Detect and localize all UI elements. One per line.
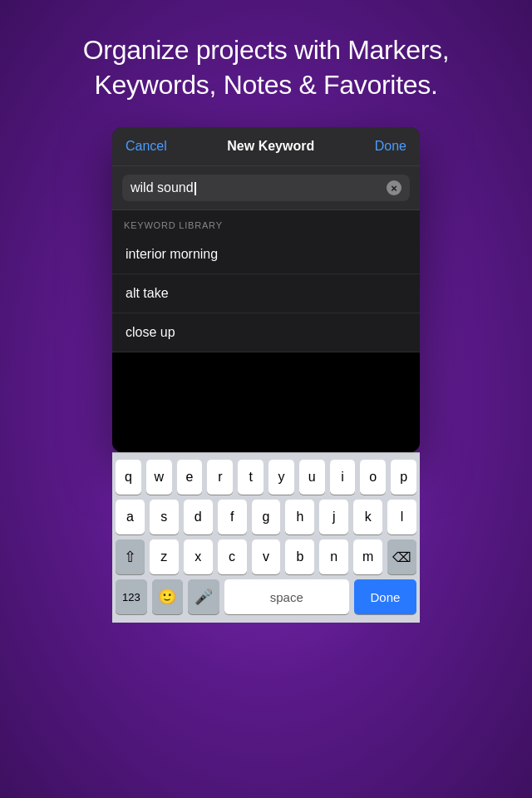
keyword-item[interactable]: close up — [112, 313, 420, 352]
keyboard-row-1: q w e r t y u i o p — [116, 460, 416, 495]
emoji-key[interactable]: 🙂 — [152, 579, 184, 614]
key-b[interactable]: b — [285, 539, 314, 574]
search-input-text: wild sound — [131, 180, 196, 195]
key-h[interactable]: h — [285, 500, 314, 534]
section-label: KEYWORD LIBRARY — [112, 210, 420, 235]
mic-key[interactable]: 🎤 — [188, 579, 219, 614]
modal-title: New Keyword — [227, 139, 314, 154]
key-k[interactable]: k — [353, 500, 382, 534]
tagline: Organize projects with Markers, Keywords… — [0, 0, 532, 127]
keyword-list: KEYWORD LIBRARY interior morning alt tak… — [112, 210, 420, 452]
key-d[interactable]: d — [184, 500, 213, 534]
key-j[interactable]: j — [319, 500, 348, 534]
key-u[interactable]: u — [299, 460, 325, 495]
key-g[interactable]: g — [252, 500, 281, 534]
keyword-item[interactable]: alt take — [112, 274, 420, 313]
space-key[interactable]: space — [224, 579, 349, 614]
key-i[interactable]: i — [330, 460, 356, 495]
key-z[interactable]: z — [150, 539, 179, 574]
key-y[interactable]: y — [268, 460, 294, 495]
key-f[interactable]: f — [218, 500, 247, 534]
key-o[interactable]: o — [360, 460, 386, 495]
modal-header: Cancel New Keyword Done — [112, 127, 420, 166]
keyboard: q w e r t y u i o p a s d f g h j k l ⇧ … — [112, 452, 420, 623]
cancel-button[interactable]: Cancel — [126, 139, 167, 154]
modal-container: Cancel New Keyword Done wild sound KEYWO… — [112, 127, 420, 452]
keyboard-row-2: a s d f g h j k l — [116, 500, 416, 534]
search-input-container[interactable]: wild sound — [122, 175, 410, 201]
done-key[interactable]: Done — [354, 579, 416, 614]
key-m[interactable]: m — [353, 539, 382, 574]
key-r[interactable]: r — [207, 460, 233, 495]
clear-button[interactable] — [387, 180, 401, 195]
keyword-item[interactable]: interior morning — [112, 235, 420, 274]
key-e[interactable]: e — [177, 460, 203, 495]
keyboard-row-3: ⇧ z x c v b n m ⌫ — [116, 539, 416, 574]
key-q[interactable]: q — [116, 460, 141, 495]
done-button-header[interactable]: Done — [375, 139, 406, 154]
shift-key[interactable]: ⇧ — [116, 539, 145, 574]
search-row: wild sound — [112, 166, 420, 210]
key-t[interactable]: t — [238, 460, 264, 495]
key-n[interactable]: n — [319, 539, 348, 574]
key-s[interactable]: s — [150, 500, 179, 534]
key-v[interactable]: v — [252, 539, 281, 574]
key-w[interactable]: w — [146, 460, 172, 495]
backspace-key[interactable]: ⌫ — [387, 539, 416, 574]
key-c[interactable]: c — [218, 539, 247, 574]
key-p[interactable]: p — [391, 460, 416, 495]
keyboard-row-4: 123 🙂 🎤 space Done — [116, 579, 416, 614]
key-x[interactable]: x — [184, 539, 213, 574]
key-a[interactable]: a — [116, 500, 145, 534]
key-l[interactable]: l — [387, 500, 416, 534]
numbers-key[interactable]: 123 — [116, 579, 147, 614]
empty-space — [112, 352, 420, 452]
